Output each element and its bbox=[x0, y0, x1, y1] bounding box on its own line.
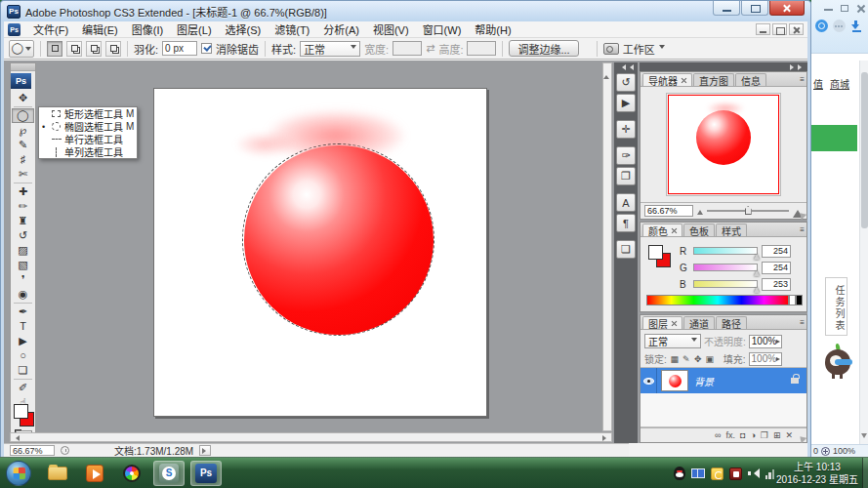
security-tray-icon[interactable] bbox=[729, 468, 742, 480]
lock-paint-icon[interactable]: ✎ bbox=[682, 354, 691, 364]
subtract-selection-mode-button[interactable] bbox=[86, 41, 102, 57]
menu-item-1[interactable]: 编辑(E) bbox=[75, 20, 125, 38]
layer-name[interactable]: 背景 bbox=[694, 374, 791, 388]
current-tool-icon[interactable]: ◯ bbox=[9, 40, 34, 58]
canvas-horizontal-scrollbar[interactable] bbox=[10, 432, 612, 442]
height-input[interactable] bbox=[467, 41, 496, 56]
network-icon[interactable] bbox=[765, 468, 775, 479]
lock-transparency-icon[interactable]: ▦ bbox=[670, 354, 680, 364]
blend-mode-select[interactable]: 正常 bbox=[644, 334, 701, 348]
gradient-tool[interactable]: ▧ bbox=[12, 258, 34, 272]
swap-dimensions-icon[interactable]: ⇄ bbox=[426, 42, 434, 55]
shape-tool[interactable]: ○ bbox=[12, 348, 34, 363]
browser-link-mall[interactable]: 商城 bbox=[830, 76, 849, 91]
panel-menu-icon[interactable]: ≡ bbox=[800, 318, 805, 327]
menu-item-7[interactable]: 视图(V) bbox=[366, 20, 416, 38]
show-desktop-button[interactable] bbox=[862, 458, 868, 488]
titlebar[interactable]: Ps Adobe Photoshop CS3 Extended - [未标题-1… bbox=[1, 1, 810, 21]
antialias-checkbox[interactable] bbox=[201, 43, 212, 54]
browser-zoom-level[interactable]: 100% bbox=[833, 446, 855, 456]
clone-source-panel-icon[interactable]: ❐ bbox=[616, 167, 636, 185]
input-method-tray-icon[interactable] bbox=[711, 468, 723, 480]
link-layers-icon[interactable]: ∞ bbox=[715, 430, 721, 440]
navigator-zoom-slider[interactable] bbox=[707, 210, 789, 212]
statusbar-options-button[interactable] bbox=[199, 445, 211, 456]
opacity-input[interactable]: 100% bbox=[749, 335, 782, 348]
browser-zoom-icon[interactable] bbox=[821, 447, 830, 456]
layers-tab-2[interactable]: 路径 bbox=[716, 316, 747, 329]
browser-search-icon[interactable] bbox=[815, 20, 828, 32]
layers-tab-1[interactable]: 通道 bbox=[683, 316, 715, 329]
menu-item-3[interactable]: 图层(L) bbox=[170, 20, 218, 38]
lock-position-icon[interactable]: ✥ bbox=[693, 354, 703, 364]
panel-menu-icon[interactable]: ≡ bbox=[800, 75, 805, 84]
pen-tool[interactable]: ✒ bbox=[12, 305, 34, 319]
actions-panel-icon[interactable]: ▶ bbox=[616, 94, 636, 112]
statusbar-zoom-input[interactable]: 66.67% bbox=[10, 445, 55, 456]
brushes-panel-icon[interactable]: ✑ bbox=[616, 146, 636, 165]
spot-healing-brush-tool[interactable]: ✚ bbox=[12, 184, 34, 199]
spectrum-black-swatch[interactable] bbox=[796, 295, 803, 305]
browser-download-icon[interactable] bbox=[850, 20, 863, 32]
layer-visibility-toggle[interactable] bbox=[641, 368, 657, 393]
taskbar-media-player-button[interactable] bbox=[79, 461, 110, 486]
document-close-button[interactable] bbox=[789, 23, 804, 35]
dodge-tool[interactable]: ◉ bbox=[12, 287, 34, 302]
background-layer-row[interactable]: 背景 bbox=[641, 368, 806, 393]
delete-layer-icon[interactable]: ✕ bbox=[785, 430, 793, 440]
lock-all-icon[interactable]: ▣ bbox=[705, 354, 715, 364]
browser-link-1[interactable]: 值 bbox=[813, 76, 823, 91]
foreground-color-swatch[interactable] bbox=[14, 404, 28, 419]
add-selection-mode-button[interactable] bbox=[66, 41, 82, 57]
slider-thumb-icon[interactable] bbox=[754, 267, 760, 276]
panel-menu-icon[interactable]: ≡ bbox=[800, 225, 805, 234]
history-panel-icon[interactable]: ↺ bbox=[616, 73, 636, 92]
layer-group-icon[interactable]: ❐ bbox=[761, 430, 768, 440]
r-slider[interactable] bbox=[693, 247, 758, 255]
navigator-proxy-view-box[interactable] bbox=[668, 95, 779, 194]
notes-tool[interactable]: ❏ bbox=[12, 363, 34, 378]
volume-icon[interactable] bbox=[748, 468, 760, 479]
navigator-tab-1[interactable]: 直方图 bbox=[693, 73, 734, 86]
document-canvas[interactable] bbox=[153, 88, 487, 417]
eraser-tool[interactable]: ▨ bbox=[12, 243, 34, 258]
browser-more-icon[interactable] bbox=[833, 20, 846, 32]
layer-mask-icon[interactable]: ◘ bbox=[740, 430, 745, 440]
navigator-tab-0[interactable]: 导航器 bbox=[642, 73, 692, 86]
tab-close-icon[interactable] bbox=[671, 227, 677, 233]
character-panel-icon[interactable]: A bbox=[616, 193, 636, 212]
canvas-vertical-scrollbar[interactable] bbox=[602, 62, 612, 431]
spectrum-white-swatch[interactable] bbox=[789, 295, 796, 305]
new-selection-mode-button[interactable] bbox=[47, 41, 62, 57]
bridge-icon[interactable] bbox=[603, 43, 619, 55]
intersect-selection-mode-button[interactable] bbox=[105, 41, 121, 57]
g-slider[interactable] bbox=[693, 264, 758, 271]
new-layer-icon[interactable]: ⊞ bbox=[773, 430, 781, 440]
move-tool[interactable]: ✥ bbox=[12, 91, 34, 105]
type-tool[interactable]: T bbox=[12, 319, 34, 334]
tab-close-icon[interactable] bbox=[671, 320, 677, 326]
menu-item-2[interactable]: 图像(I) bbox=[125, 20, 170, 38]
layers-tab-0[interactable]: 图层 bbox=[642, 316, 682, 329]
slider-thumb-icon[interactable] bbox=[754, 251, 760, 260]
menu-item-6[interactable]: 分析(A) bbox=[316, 20, 366, 38]
menu-item-4[interactable]: 选择(S) bbox=[219, 20, 269, 38]
zoom-slider-thumb[interactable] bbox=[745, 206, 752, 215]
lasso-tool[interactable]: ℘ bbox=[12, 123, 34, 138]
color-tab-2[interactable]: 样式 bbox=[716, 224, 747, 236]
taskbar-clock[interactable]: 上午 10:13 2016-12-23 星期五 bbox=[776, 461, 858, 486]
paragraph-panel-icon[interactable]: ¶ bbox=[616, 214, 636, 232]
menu-item-5[interactable]: 滤镜(T) bbox=[268, 20, 316, 38]
zoom-out-icon[interactable] bbox=[697, 207, 703, 215]
style-select[interactable]: 正常 bbox=[300, 41, 360, 57]
color-spectrum-ramp[interactable] bbox=[646, 295, 789, 305]
quick-selection-tool[interactable]: ✎ bbox=[12, 138, 34, 152]
scrollbar-thumb[interactable] bbox=[861, 72, 868, 228]
color-tab-0[interactable]: 颜色 bbox=[642, 224, 682, 236]
history-brush-tool[interactable]: ↺ bbox=[12, 228, 34, 243]
b-value-input[interactable]: 253 bbox=[762, 278, 791, 291]
window-close-button[interactable] bbox=[769, 1, 805, 16]
width-input[interactable] bbox=[393, 41, 422, 56]
navigator-preview[interactable] bbox=[666, 93, 781, 196]
brush-tool[interactable]: ✏ bbox=[12, 199, 34, 214]
